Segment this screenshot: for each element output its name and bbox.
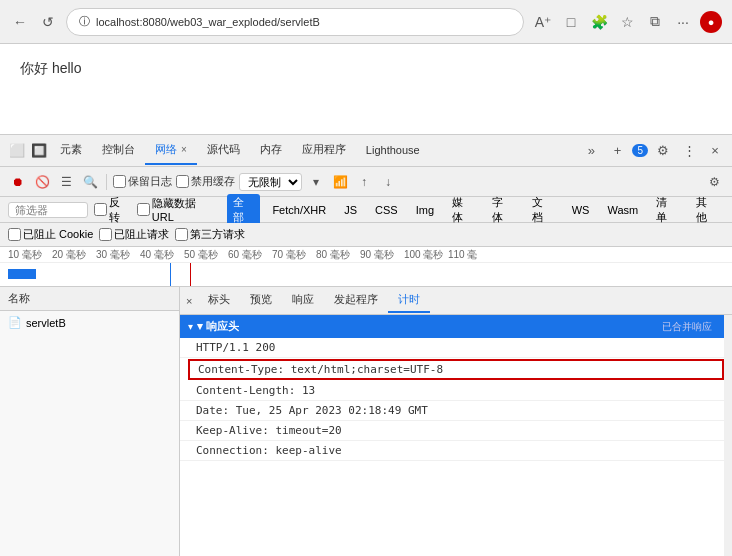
toolbar-divider-1 — [106, 174, 107, 190]
tab-elements[interactable]: 元素 — [50, 136, 92, 165]
filter-doc[interactable]: 文档 — [526, 194, 560, 226]
main-panel: 名称 📄 servletB × 标头 预览 响应 发起程序 计时 ▾ — [0, 287, 732, 556]
more-tabs-icon[interactable]: » — [580, 140, 602, 162]
filter-img[interactable]: Img — [410, 203, 440, 217]
profile-avatar[interactable]: ● — [700, 11, 722, 33]
tab-console[interactable]: 控制台 — [92, 136, 145, 165]
invert-checkbox[interactable]: 反转 — [94, 195, 131, 225]
third-party-checkbox[interactable]: 第三方请求 — [175, 227, 245, 242]
filter-bar: 反转 隐藏数据 URL 全部 Fetch/XHR JS CSS Img 媒体 字… — [0, 197, 732, 223]
detail-wrapper: ▾ ▾ 响应头 已合并响应 HTTP/1.1 200 Content-Type:… — [180, 315, 732, 556]
tab-lighthouse[interactable]: Lighthouse — [356, 138, 430, 164]
blocked-requests-checkbox[interactable]: 已阻止请求 — [99, 227, 169, 242]
browser-chrome: ← ↺ ⓘ localhost:8080/web03_war_exploded/… — [0, 0, 732, 44]
translate-icon[interactable]: A⁺ — [532, 11, 554, 33]
toolbar-right: ⚙ — [704, 172, 724, 192]
filter-button[interactable]: ☰ — [56, 172, 76, 192]
cookie-bar: 已阻止 Cookie 已阻止请求 第三方请求 — [0, 223, 732, 247]
url-text: localhost:8080/web03_war_exploded/servle… — [96, 16, 320, 28]
tab-search-icon[interactable]: □ — [560, 11, 582, 33]
devtools-inspect-icon[interactable]: 🔲 — [28, 140, 50, 162]
block-cookies-checkbox[interactable]: 已阻止 Cookie — [8, 227, 93, 242]
section-chevron: ▾ — [188, 321, 193, 332]
timeline-bar-area — [0, 263, 732, 287]
disable-cache-checkbox[interactable]: 禁用缓存 — [176, 174, 235, 189]
clear-button[interactable]: 🚫 — [32, 172, 52, 192]
devtools-tabs: ⬜ 🔲 元素 控制台 网络 × 源代码 内存 应用程序 Lighthouse »… — [0, 135, 732, 167]
detail-tabs: × 标头 预览 响应 发起程序 计时 — [180, 287, 732, 315]
menu-icon[interactable]: ··· — [672, 11, 694, 33]
page-text: 你好 hello — [20, 60, 712, 78]
record-button[interactable]: ⏺ — [8, 172, 28, 192]
network-settings-icon[interactable]: ⚙ — [704, 172, 724, 192]
filter-other[interactable]: 其他 — [690, 194, 724, 226]
info-icon: ⓘ — [79, 14, 90, 29]
favorites-icon[interactable]: ☆ — [616, 11, 638, 33]
network-toolbar: ⏺ 🚫 ☰ 🔍 保留日志 禁用缓存 无限制 ▾ 📶 ↑ ↓ ⚙ — [0, 167, 732, 197]
tab-initiator[interactable]: 发起程序 — [324, 288, 388, 313]
devtools-dock-icon[interactable]: ⬜ — [6, 140, 28, 162]
devtools-more-icon[interactable]: ⋮ — [678, 140, 700, 162]
response-row: Date: Tue, 25 Apr 2023 02:18:49 GMT — [180, 401, 732, 421]
filter-all[interactable]: 全部 — [227, 194, 261, 226]
filter-fetch-xhr[interactable]: Fetch/XHR — [266, 203, 332, 217]
back-button[interactable]: ← — [10, 12, 30, 32]
filter-media[interactable]: 媒体 — [446, 194, 480, 226]
tab-timing[interactable]: 计时 — [388, 288, 430, 313]
search-button[interactable]: 🔍 — [80, 172, 100, 192]
throttle-select[interactable]: 无限制 — [239, 173, 302, 191]
filter-font[interactable]: 字体 — [486, 194, 520, 226]
tab-application[interactable]: 应用程序 — [292, 136, 356, 165]
tab-network-close[interactable]: × — [181, 144, 187, 155]
tl-70: 70 毫秒 — [272, 248, 316, 262]
filter-input[interactable] — [8, 202, 88, 218]
file-list-header: 名称 — [0, 287, 179, 311]
page-content: 你好 hello — [0, 44, 732, 134]
tab-response[interactable]: 响应 — [282, 288, 324, 313]
tl-60: 60 毫秒 — [228, 248, 272, 262]
timeline: 10 毫秒 20 毫秒 30 毫秒 40 毫秒 50 毫秒 60 毫秒 70 毫… — [0, 247, 732, 287]
response-row: Keep-Alive: timeout=20 — [180, 421, 732, 441]
tab-memory[interactable]: 内存 — [250, 136, 292, 165]
add-tab-icon[interactable]: + — [606, 140, 628, 162]
response-content[interactable]: ▾ ▾ 响应头 已合并响应 HTTP/1.1 200 Content-Type:… — [180, 315, 732, 556]
tl-40: 40 毫秒 — [140, 248, 184, 262]
scrollbar[interactable] — [724, 315, 732, 556]
response-section-header[interactable]: ▾ ▾ 响应头 已合并响应 — [180, 315, 732, 338]
devtools-settings-icon[interactable]: ⚙ — [652, 140, 674, 162]
tab-headers[interactable]: 标头 — [198, 288, 240, 313]
timeline-red-marker — [190, 263, 191, 287]
response-row: HTTP/1.1 200 — [180, 338, 732, 358]
address-bar[interactable]: ⓘ localhost:8080/web03_war_exploded/serv… — [66, 8, 524, 36]
response-row-highlighted: Content-Type: text/html;charset=UTF-8 — [188, 359, 724, 380]
tl-90: 90 毫秒 — [360, 248, 404, 262]
filter-wasm[interactable]: Wasm — [601, 203, 644, 217]
tab-sources[interactable]: 源代码 — [197, 136, 250, 165]
tab-network[interactable]: 网络 × — [145, 136, 197, 165]
extensions-icon[interactable]: 🧩 — [588, 11, 610, 33]
collections-icon[interactable]: ⧉ — [644, 11, 666, 33]
preserve-log-checkbox[interactable]: 保留日志 — [113, 174, 172, 189]
download-icon[interactable]: ↓ — [378, 172, 398, 192]
filter-js[interactable]: JS — [338, 203, 363, 217]
filter-manifest[interactable]: 清单 — [650, 194, 684, 226]
detail-panel: × 标头 预览 响应 发起程序 计时 ▾ ▾ 响应头 已合并响应 HTTP/1.… — [180, 287, 732, 556]
response-row: Content-Length: 13 — [180, 381, 732, 401]
file-icon: 📄 — [8, 316, 22, 329]
list-item[interactable]: 📄 servletB — [0, 311, 179, 334]
hide-data-urls-checkbox[interactable]: 隐藏数据 URL — [137, 196, 221, 223]
reload-button[interactable]: ↺ — [38, 12, 58, 32]
filter-ws[interactable]: WS — [566, 203, 596, 217]
tl-50: 50 毫秒 — [184, 248, 228, 262]
devtools-close-icon[interactable]: × — [704, 140, 726, 162]
filter-css[interactable]: CSS — [369, 203, 404, 217]
browser-actions: A⁺ □ 🧩 ☆ ⧉ ··· ● — [532, 11, 722, 33]
timeline-labels: 10 毫秒 20 毫秒 30 毫秒 40 毫秒 50 毫秒 60 毫秒 70 毫… — [0, 247, 732, 263]
tl-110: 110 毫 — [448, 248, 492, 262]
tab-preview[interactable]: 预览 — [240, 288, 282, 313]
detail-close-button[interactable]: × — [180, 291, 198, 311]
wifi-icon[interactable]: 📶 — [330, 172, 350, 192]
upload-icon[interactable]: ↑ — [354, 172, 374, 192]
throttle-down-icon[interactable]: ▾ — [306, 172, 326, 192]
response-row: Connection: keep-alive — [180, 441, 732, 461]
